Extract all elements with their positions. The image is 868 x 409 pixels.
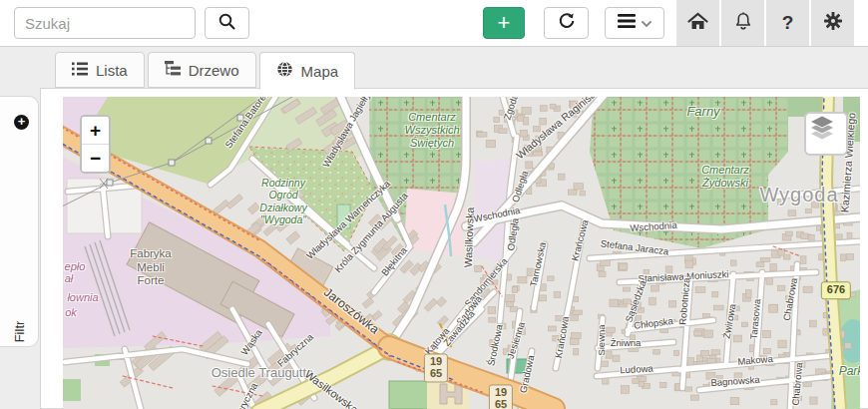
tree-icon	[165, 61, 181, 79]
tab-lista[interactable]: Lista	[55, 52, 145, 88]
road-ref-badge: 676	[821, 281, 851, 299]
tab-mapa[interactable]: Mapa	[259, 52, 356, 90]
tab-label: Drzewo	[189, 62, 239, 79]
notifications-button[interactable]	[721, 0, 764, 46]
filter-panel-label: Filtr	[12, 321, 27, 343]
list-icon	[72, 62, 88, 79]
help-button[interactable]: ?	[766, 0, 809, 46]
bell-icon	[733, 11, 753, 35]
app-window: +	[0, 0, 868, 409]
search-icon	[217, 12, 236, 35]
search-button[interactable]	[205, 7, 249, 39]
view-tabs: Lista Drzewo	[55, 52, 355, 89]
top-toolbar: +	[0, 0, 868, 47]
question-icon: ?	[782, 12, 794, 34]
road-ref-badge: 19 65	[424, 353, 448, 382]
hamburger-icon	[618, 14, 636, 32]
tab-label: Lista	[96, 62, 128, 79]
plus-icon: +	[498, 12, 511, 34]
chevron-down-icon	[642, 14, 651, 32]
map-canvas[interactable]: Cmentarz Wszystkich ŚwiętychRodzinny Ogr…	[63, 97, 860, 409]
refresh-icon	[557, 11, 577, 35]
layers-button[interactable]	[804, 112, 848, 156]
zoom-out-button[interactable]: −	[82, 145, 109, 172]
gear-icon	[823, 11, 843, 35]
map-graphics	[63, 97, 860, 409]
home-button[interactable]	[676, 0, 719, 46]
refresh-button[interactable]	[544, 7, 589, 39]
globe-icon	[276, 61, 293, 81]
settings-button[interactable]	[811, 0, 854, 46]
tab-drzewo[interactable]: Drzewo	[148, 52, 256, 88]
home-icon	[687, 12, 708, 35]
road-ref-badge: 19 65	[489, 384, 513, 409]
filter-panel[interactable]: + Filtr	[0, 96, 39, 347]
plus-circle-icon[interactable]: +	[14, 115, 29, 130]
map-zoom-control: + −	[80, 115, 111, 174]
search-input[interactable]	[14, 7, 196, 39]
tab-label: Mapa	[301, 63, 339, 80]
zoom-in-button[interactable]: +	[82, 117, 109, 145]
menu-button[interactable]	[605, 7, 664, 39]
add-button[interactable]: +	[483, 7, 525, 39]
